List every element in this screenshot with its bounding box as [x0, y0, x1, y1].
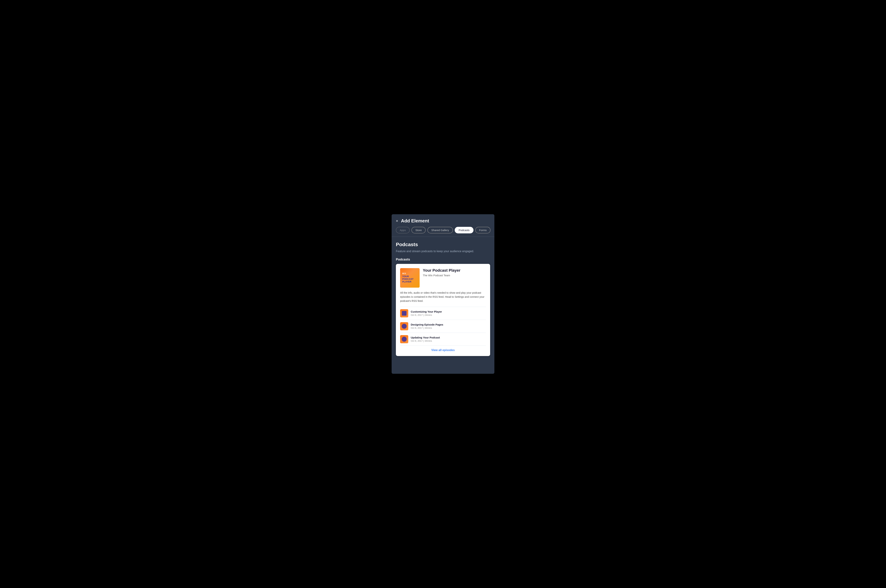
episode-meta-2: Oct 8, 2017 | 34mins: [411, 327, 486, 329]
view-all-link[interactable]: View all episodes: [400, 346, 486, 352]
episode-meta-3: Oct 8, 2017 | 34mins: [411, 339, 486, 342]
add-element-panel: × Add Element Apps Store Shared Gallery …: [391, 214, 495, 374]
episode-thumbnail-3: [400, 335, 408, 343]
tab-podcasts[interactable]: Podcasts: [455, 227, 474, 233]
podcast-thumbnail: WIX YOURPODCASTPLAYER: [400, 268, 420, 288]
panel-title: Add Element: [401, 218, 429, 224]
ep-thumb-shape-2: [402, 324, 407, 329]
section-description: Feature and stream podcasts to keep your…: [396, 249, 490, 254]
tab-forms[interactable]: Forms: [475, 227, 491, 233]
podcast-name: Your Podcast Player: [423, 268, 486, 273]
tab-shared-gallery[interactable]: Shared Gallery: [427, 227, 453, 233]
episode-title-1: Customizing Your Player: [411, 310, 486, 313]
podcast-description: All the info, audio or video that's need…: [400, 291, 486, 303]
ep-thumb-shape-1: [402, 311, 406, 316]
episode-info-1: Customizing Your Player Oct 8, 2017 | 24…: [411, 310, 486, 316]
panel-content: Podcasts Feature and stream podcasts to …: [391, 237, 495, 360]
episode-title-2: Designing Episode Pages: [411, 323, 486, 326]
close-button[interactable]: ×: [396, 219, 398, 223]
episode-title-3: Updating Your Podcast: [411, 336, 486, 339]
episode-thumbnail-2: [400, 322, 408, 330]
ep-thumb-shape-3: [402, 337, 407, 342]
thumbnail-wix-label: WIX: [402, 273, 406, 274]
podcast-author: The Wix Podcast Team: [423, 274, 486, 277]
podcast-card[interactable]: WIX YOURPODCASTPLAYER Your Podcast Playe…: [396, 264, 490, 356]
episode-info-3: Updating Your Podcast Oct 8, 2017 | 34mi…: [411, 336, 486, 342]
tabs-row: Apps Store Shared Gallery Podcasts Forms: [391, 227, 495, 237]
episodes-list: Customizing Your Player Oct 8, 2017 | 24…: [400, 307, 486, 346]
episode-row[interactable]: Customizing Your Player Oct 8, 2017 | 24…: [400, 307, 486, 320]
episode-info-2: Designing Episode Pages Oct 8, 2017 | 34…: [411, 323, 486, 329]
card-top: WIX YOURPODCASTPLAYER Your Podcast Playe…: [400, 268, 486, 288]
card-meta: Your Podcast Player The Wix Podcast Team: [423, 268, 486, 277]
section-subtitle: Podcasts: [396, 258, 490, 261]
episode-row[interactable]: Updating Your Podcast Oct 8, 2017 | 34mi…: [400, 333, 486, 346]
tab-store[interactable]: Store: [411, 227, 426, 233]
panel-header: × Add Element: [391, 214, 495, 227]
episode-meta-1: Oct 8, 2017 | 24mins: [411, 314, 486, 316]
section-title: Podcasts: [396, 242, 490, 248]
tab-apps[interactable]: Apps: [396, 227, 410, 233]
episode-row[interactable]: Designing Episode Pages Oct 8, 2017 | 34…: [400, 320, 486, 333]
episode-thumbnail-1: [400, 309, 408, 317]
thumbnail-text: YOURPODCASTPLAYER: [402, 275, 414, 283]
